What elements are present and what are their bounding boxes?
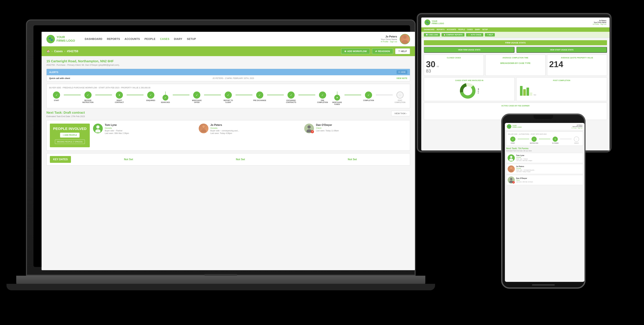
tablet-nav-cases[interactable]: CASES: [467, 29, 473, 30]
phone: 🐾 YOUR FIRMS LOGO Jo Peters Your Firms N…: [501, 113, 586, 289]
nav-accounts[interactable]: ACCOUNTS: [124, 38, 140, 40]
phone-step-deeds: ○ DEEDS: [572, 137, 581, 144]
auto-chase-btn[interactable]: ⚡ AUTO CHASE: [466, 33, 483, 36]
tablet-charts-row: CASES STAFF ARE INVOLVED IN 3: [424, 77, 607, 103]
svg-point-16: [509, 169, 513, 172]
svg-point-13: [510, 156, 512, 158]
step-mortgagefunds: ✦ MORTGAGE FUNDS: [330, 91, 344, 105]
nav-setup[interactable]: SETUP: [187, 38, 196, 40]
next-task-title: Next Task: Draft contract: [46, 111, 85, 114]
step-report-circle: ✓: [225, 91, 232, 99]
workflow-steps: ✓ START ✓ RECEIVE INSTRUCTION: [49, 91, 407, 105]
person-avatar-dan: 7: [304, 124, 314, 133]
missing-people-btn[interactable]: MISSING PEOPLE (7 SPACES): [55, 139, 85, 144]
svg-point-2: [96, 125, 100, 129]
tablet-stats-btns: VIEW FIRM USAGE STATS VIEW STAFF USAGE S…: [424, 47, 607, 53]
tablet-logo-icon: 🐾: [424, 19, 430, 25]
step-mortgage-circle: ✓: [193, 91, 200, 99]
case-ref: #542759 - Purchase - Primary Client: Mr.…: [46, 64, 410, 66]
view-task-btn[interactable]: VIEW TASK ›: [391, 111, 410, 116]
tablet-nav-diary[interactable]: DIARY: [475, 29, 480, 30]
tablet-logo-text: YOUR FIRMS LOGO: [432, 20, 444, 25]
avg-quote-card: AVERAGE QUOTE PROPERTY VALUE 214: [547, 55, 607, 76]
laptop-user-links[interactable]: ✉ Profile · Sign out: [381, 40, 397, 43]
company-reports-btn[interactable]: 📋 COMPANY REPORTS: [442, 33, 464, 36]
step-precompletion-circle: ✓: [319, 91, 326, 99]
person-dan-badge: 7: [311, 130, 314, 133]
add-workflow-btn[interactable]: ⊕ ADD WORKFLOW: [341, 48, 370, 54]
phone-home-bar: [532, 285, 555, 286]
laptop-user-firm: Your Firms Name: [381, 38, 397, 40]
cases-staff-card: CASES STAFF ARE INVOLVED IN 3: [424, 77, 514, 101]
step-draft: ✦ DRAFT CONTRACT: [112, 91, 126, 103]
tablet-nav-people[interactable]: PEOPLE: [458, 29, 465, 30]
laptop-breadcrumb: 🏠 › Cases › #542759 ⊕ ADD WORKFLOW ⇄: [42, 46, 415, 56]
breakdown-by-case-type: BREAKDOWN BY CASE TYPE: [488, 62, 543, 64]
phone-info-tom: Tom Lyne Hoowla Seller side – Partner La…: [516, 154, 532, 161]
laptop-base-bottom: [6, 284, 435, 290]
nav-diary[interactable]: DIARY: [174, 38, 182, 40]
connector-1: [64, 95, 81, 95]
add-people-btn[interactable]: + ADD PEOPLE: [60, 133, 80, 138]
laptop-content: 15 Cartwright Road, Northampton, NN2 6HF…: [42, 56, 415, 169]
hide-alerts-btn[interactable]: ✕ HIDE: [396, 70, 407, 74]
alert-row: Quick call with client JO PETERS - 2:54P…: [46, 75, 410, 81]
help-btn[interactable]: ? HELP: [395, 48, 410, 54]
next-task-section: Next Task: Draft contract Estimated Task…: [46, 111, 410, 118]
phone-step-taforms: ✦ TA FORMS: [550, 137, 560, 144]
view-staff-usage-btn[interactable]: VIEW STAFF USAGE STATS: [516, 47, 607, 53]
auto-chase-icon: ⚡: [468, 34, 470, 36]
view-note-link[interactable]: VIEW NOTE: [396, 77, 407, 79]
phone-logo-text: YOUR FIRMS LOGO: [512, 125, 522, 128]
svg-point-6: [202, 125, 205, 128]
person-card-jo: Jo Peters Hoowla Buyer side – conveyanci…: [199, 124, 301, 147]
step-enquiries-circle: ✓: [147, 91, 154, 99]
step-exchange-circle: ✓: [288, 91, 295, 99]
step-enquiries: ✓ ENQUIRIES: [144, 91, 158, 101]
step-start-circle: ✓: [53, 91, 60, 99]
bar-3: [526, 88, 529, 96]
step-receive: ✓ RECEIVE INSTRUCTION: [81, 91, 95, 103]
phone-step-instructed: ✓ INSTRUCTED: [529, 137, 539, 144]
tablet-nav-accounts[interactable]: ACCOUNTS: [447, 29, 456, 30]
breadcrumb-actions: ⊕ ADD WORKFLOW ⇄ REASSIGN ? HELP: [341, 48, 410, 54]
laptop-body: 🐾 YOUR FIRMS LOGO DASHBOARD REPORTS ACCO…: [26, 19, 416, 276]
connector-8: [298, 95, 315, 95]
connector-4: [173, 95, 190, 95]
svg-point-17: [510, 178, 512, 180]
key-dates-label: KEY DATES: [50, 156, 71, 163]
step-receive-circle: ✓: [84, 91, 92, 99]
phone-person-dan: 2 Dan O'Dwyer Client Last seen: 29th Mar…: [506, 175, 583, 185]
connector-10: [376, 95, 393, 95]
laptop-navbar: 🐾 YOUR FIRMS LOGO DASHBOARD REPORTS ACCO…: [42, 32, 415, 46]
tablet-nav-reports[interactable]: REPORTS: [437, 29, 444, 30]
svg-point-5: [201, 129, 206, 132]
key-date-3: Not Set: [298, 158, 407, 161]
people-sidebar: PEOPLE INVOLVED + ADD PEOPLE MISSING PEO…: [50, 124, 90, 147]
case-load-btn[interactable]: 📊 CASE LOAD: [424, 33, 440, 36]
laptop-screen: 🐾 YOUR FIRMS LOGO DASHBOARD REPORTS ACCO…: [42, 32, 415, 270]
reassign-btn[interactable]: ⇄ REASSIGN: [372, 48, 393, 54]
laptop-logo: 🐾 YOUR FIRMS LOGO: [46, 35, 75, 43]
tablet-help-btn[interactable]: ? HELP: [485, 33, 495, 36]
phone-logo-icon: 🐾: [507, 124, 511, 129]
view-firm-usage-btn[interactable]: VIEW FIRM USAGE STATS: [424, 47, 514, 53]
phone-people-section: Tom Lyne Hoowla Seller side – Partner La…: [506, 153, 583, 185]
tablet-nav-setup[interactable]: SETUP: [482, 29, 488, 30]
nav-people[interactable]: PEOPLE: [144, 38, 156, 40]
laptop-user-name: Jo Peters: [381, 35, 397, 38]
nav-dashboard[interactable]: DASHBOARD: [85, 38, 102, 40]
breadcrumb-cases[interactable]: Cases: [54, 50, 63, 53]
laptop-bezel: 🐾 YOUR FIRMS LOGO DASHBOARD REPORTS ACCO…: [34, 25, 410, 267]
phone-next-task: Next Task: TA Forms Estimated Task End D…: [506, 147, 583, 152]
nav-reports[interactable]: REPORTS: [107, 38, 120, 40]
nav-cases[interactable]: CASES: [160, 38, 170, 40]
step-completion: ✓ COMPLETION: [361, 91, 376, 101]
tablet-metrics-row: CLOSED CASES 30 vs 83 AVERAGE COMPLETION…: [424, 55, 607, 77]
tablet-logo: 🐾 YOUR FIRMS LOGO: [424, 19, 444, 25]
tablet-nav-dashboard[interactable]: DASHBOARD: [424, 29, 434, 30]
bar-2: [523, 89, 526, 96]
laptop-logo-text: YOUR FIRMS LOGO: [56, 35, 75, 42]
home-icon[interactable]: 🏠: [46, 49, 50, 53]
step-exchange: ✓ EXCHANGE CONTRACTS: [284, 91, 298, 103]
